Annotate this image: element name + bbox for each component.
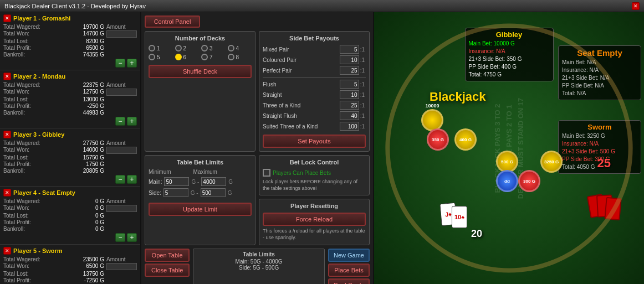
main-min-input[interactable]	[164, 177, 189, 186]
p1-minus-btn[interactable]: −	[115, 59, 125, 68]
deck-radio-5[interactable]	[149, 54, 155, 60]
coloured-pair-input[interactable]	[340, 55, 359, 64]
deck-option-3[interactable]: 3	[201, 45, 226, 51]
p4-overlay-name: Seat Empty	[562, 48, 637, 58]
chip-gold-3: 500 G	[496, 151, 518, 173]
chip-red-1: 350 G	[427, 128, 449, 151]
p3-plus-btn[interactable]: +	[127, 175, 137, 184]
flush-input[interactable]	[340, 80, 359, 89]
p5-won: 6500 G	[83, 263, 104, 270]
place-bets-checkbox[interactable]	[263, 169, 270, 177]
player-4-stats: Total Wagered: 0 G Amount Total Won: 0 G…	[3, 198, 137, 232]
deal-cards-button[interactable]: Deal Cards	[328, 278, 370, 284]
deck-option-6[interactable]: 6	[175, 54, 200, 60]
payout-suited-three-kind: Suited Three of a Kind :1	[263, 122, 366, 131]
new-game-button[interactable]: New Game	[328, 249, 370, 262]
perfect-pair-input[interactable]	[340, 66, 359, 75]
p5-amount-input[interactable]	[106, 263, 137, 270]
open-close-buttons: Open Table Close Table	[145, 249, 190, 284]
minimum-label: Minimum	[149, 169, 171, 175]
close-table-button[interactable]: Close Table	[145, 264, 190, 277]
side-max-input[interactable]	[201, 188, 226, 197]
set-payouts-button[interactable]: Set Payouts	[263, 135, 366, 148]
p3-pp-bet: PP Side Bet: 400 G	[469, 63, 550, 71]
deck-option-5[interactable]: 5	[149, 54, 173, 60]
p3-profit: 1750 G	[83, 161, 104, 167]
decks-grid: 1 2 3 4 5	[149, 45, 252, 60]
deck-option-2[interactable]: 2	[175, 45, 200, 51]
p5-wagered: 23500 G	[83, 256, 104, 262]
deck-radio-8[interactable]	[228, 54, 234, 60]
p3-bankroll: 20805 G	[83, 168, 104, 174]
p3-minus-btn[interactable]: −	[115, 175, 125, 184]
player-reset-info: This forces a /reload for all players at…	[263, 228, 366, 241]
deck-radio-3[interactable]	[201, 45, 208, 51]
player-reset-title: Player Resetting	[263, 203, 366, 209]
p4-minus-btn[interactable]: −	[115, 233, 125, 242]
shuffle-deck-button[interactable]: Shuffle Deck	[149, 65, 252, 78]
left-panel: ✕ Player 1 - Gromashi Total Wagered: 197…	[0, 12, 141, 284]
deck-option-8[interactable]: 8	[228, 54, 252, 60]
title-bar: Blackjack Dealer Client v3.1.2 - Develop…	[0, 0, 644, 12]
payout-flush: Flush :1	[263, 80, 366, 89]
p2-plus-btn[interactable]: +	[127, 117, 137, 126]
p3-amount-input[interactable]	[106, 147, 137, 154]
p5-overlay-name: Sworm	[562, 123, 637, 131]
p1-plus-btn[interactable]: +	[127, 59, 137, 68]
deck-radio-6[interactable]	[175, 54, 182, 60]
p1-amount-input[interactable]	[106, 30, 137, 38]
deck-radio-1[interactable]	[149, 45, 155, 51]
straight-flush-input[interactable]	[340, 111, 359, 120]
player-5-name: Player 5 - Sworm	[13, 247, 63, 254]
three-kind-input[interactable]	[340, 101, 359, 110]
chip-gold-1: 10000	[421, 109, 443, 131]
player-2-block: ✕ Player 2 - Mondau Total Wagered: 22375…	[0, 70, 140, 128]
payout-three-kind: Three of a Kind :1	[263, 101, 366, 110]
main-label: Main:	[149, 179, 162, 185]
control-panel-button[interactable]: Control Panel	[145, 16, 200, 28]
p4-amount-input[interactable]	[106, 205, 137, 212]
p4-profit: 0 G	[95, 219, 104, 225]
payout-straight: Straight :1	[263, 90, 366, 99]
deck-option-7[interactable]: 7	[201, 54, 226, 60]
p5-insurance: Insurance: N/A	[562, 140, 637, 148]
p2-minus-btn[interactable]: −	[115, 117, 125, 126]
player-2-name: Player 2 - Mondau	[13, 73, 65, 80]
player-3-stats: Total Wagered: 27750 G Amount Total Won:…	[3, 140, 137, 174]
side-min-input[interactable]	[163, 188, 188, 197]
side-label: Side:	[149, 190, 161, 196]
open-table-button[interactable]: Open Table	[145, 249, 190, 262]
force-reload-button[interactable]: Force Reload	[263, 213, 366, 226]
mixed-pair-input[interactable]	[340, 45, 359, 54]
main-max-input[interactable]	[201, 177, 226, 186]
p5-side-bet: 21+3 Side Bet: 500 G	[562, 148, 637, 156]
player-resetting-panel: Player Resetting Force Reload This force…	[259, 199, 370, 245]
player4-overlay: Seat Empty Main Bet: N/A Insurance: N/A …	[558, 45, 641, 100]
update-limit-button[interactable]: Update Limit	[149, 203, 252, 216]
card-back-3	[604, 197, 621, 220]
close-button[interactable]: ✕	[632, 2, 640, 10]
p2-won: 12750 G	[83, 89, 104, 96]
deck-radio-2[interactable]	[175, 45, 182, 51]
straight-input[interactable]	[340, 90, 359, 99]
p2-bankroll: 44983 G	[83, 110, 104, 116]
deck-radio-4[interactable]	[228, 45, 234, 51]
top-two-col: Number of Decks 1 2 3	[145, 31, 370, 152]
player-4-close-btn[interactable]: ✕	[3, 189, 11, 197]
p4-plus-btn[interactable]: +	[127, 233, 137, 242]
p2-amount-input[interactable]	[106, 89, 137, 96]
suited-three-kind-input[interactable]	[340, 122, 359, 131]
deck-option-1[interactable]: 1	[149, 45, 173, 51]
p3-total: Total: 4750 G	[469, 71, 550, 79]
player-1-close-btn[interactable]: ✕	[3, 14, 11, 22]
player-5-close-btn[interactable]: ✕	[3, 247, 11, 255]
deck-radio-7[interactable]	[201, 54, 208, 60]
chip-gold-4: 3250 G	[540, 151, 563, 173]
side-bet-title: Side Bet Payouts	[263, 35, 366, 42]
deck-option-4[interactable]: 4	[228, 45, 252, 51]
chip-red-2: 300 G	[518, 170, 540, 192]
place-bets-button[interactable]: Place Bets	[328, 264, 370, 277]
p3-wagered: 27750 G	[83, 140, 104, 146]
player-2-close-btn[interactable]: ✕	[3, 73, 11, 80]
player-3-close-btn[interactable]: ✕	[3, 131, 11, 138]
